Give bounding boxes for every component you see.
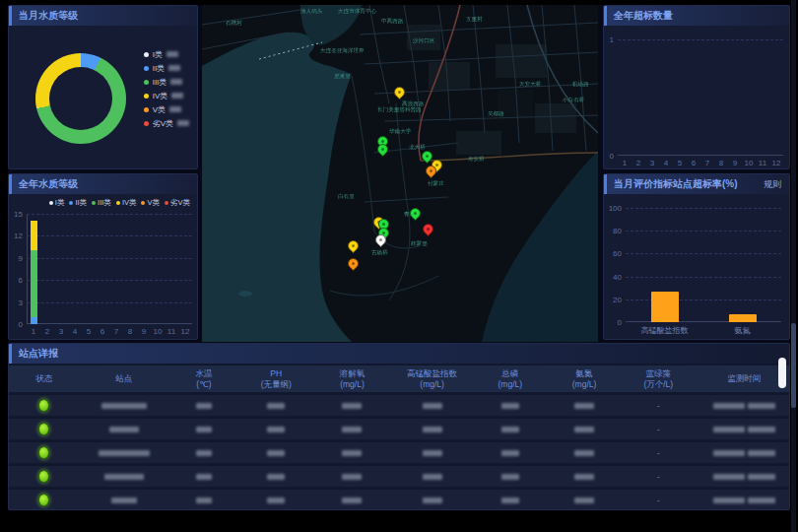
value-redacted [574, 403, 594, 409]
rule-button[interactable]: 规则 [764, 174, 781, 194]
table-cell [547, 403, 621, 409]
station-map[interactable]: 石槽村渔人码头大连市体育中心中高西路五星村沙河口区大连圣亚海洋世界虎滩里高浪西路… [202, 5, 598, 342]
column-header: 水温(℃) [168, 368, 238, 389]
value-redacted [267, 498, 285, 503]
table-cell [313, 474, 391, 480]
stacked-bar [100, 214, 106, 324]
column-name: 状态 [9, 373, 79, 384]
legend-item[interactable]: V类 [141, 198, 160, 208]
value-redacted [574, 450, 594, 456]
column-header: PH(无量纲) [239, 368, 313, 389]
panel-year-quality-grade: 全年水质等级 I类II类III类IV类V类劣V类 036912151234567… [8, 173, 198, 340]
map-place-label: 长门美星塔科普园 [377, 105, 422, 113]
table-row[interactable]: - [9, 395, 789, 416]
panel-header: 全年水质等级 [9, 174, 197, 194]
value-redacted [342, 403, 362, 409]
legend-item[interactable]: IV类 [116, 198, 137, 208]
value-redacted [501, 427, 519, 432]
y-tick-label: 80 [613, 227, 622, 235]
table-cell [9, 423, 79, 435]
table-scrollbar-thumb[interactable] [778, 358, 786, 388]
panel-year-exceed-count: 全年超标数量 01123456789101112 [603, 5, 790, 169]
value-redacted [196, 427, 212, 432]
x-tick-label: 9 [142, 327, 146, 336]
legend-item[interactable]: I类 [144, 47, 189, 61]
monitor-time-redacted [748, 403, 775, 409]
table-cell [473, 498, 547, 503]
stacked-bar [86, 214, 93, 324]
station-name-redacted [104, 474, 144, 480]
x-tick-label: 10 [154, 327, 163, 336]
panel-station-report: 站点详报 状态站点水温(℃)PH(无量纲)溶解氧(mg/L)高锰酸盐指数(mg/… [8, 343, 790, 510]
monitor-time-redacted [713, 498, 745, 503]
value-redacted [196, 498, 212, 503]
y-tick-label: 12 [14, 232, 23, 240]
map-place-label: 天安大桥 [519, 80, 541, 88]
y-tick-label: 40 [613, 272, 622, 281]
gridline [618, 39, 783, 40]
column-name: PH [239, 368, 313, 379]
bar-category-label: 氨氮 [735, 325, 751, 336]
column-name: 高锰酸盐指数 [391, 368, 473, 379]
legend-dot [144, 66, 149, 71]
legend-item[interactable]: 劣V类 [144, 116, 189, 130]
table-cell [696, 450, 790, 456]
table-row[interactable]: - [9, 466, 789, 487]
value-redacted [423, 498, 442, 503]
legend-item[interactable]: II类 [144, 61, 189, 75]
x-tick-label: 7 [705, 159, 709, 167]
monitor-time-redacted [713, 427, 745, 432]
bluegreen-value: - [657, 496, 660, 504]
column-header: 高锰酸盐指数(mg/L) [391, 368, 473, 389]
stacked-bar [155, 214, 162, 324]
map-place-label: 渔人码头 [300, 7, 322, 15]
table-cell [239, 427, 313, 432]
map-place-label: 北大桥 [409, 143, 426, 151]
y-axis-line [27, 214, 28, 324]
legend-label: III类 [153, 77, 167, 88]
table-cell [79, 427, 168, 432]
legend-item[interactable]: I类 [49, 198, 65, 208]
value-redacted [196, 403, 212, 409]
page-scrollbar-track[interactable] [791, 0, 796, 532]
column-name: 水温 [168, 368, 238, 379]
panel-month-quality-grade: 当月水质等级 I类II类III类IV类V类劣V类 [8, 5, 198, 169]
legend-dot [144, 80, 149, 85]
column-unit: (万个/L) [622, 379, 696, 390]
legend-item[interactable]: III类 [92, 198, 111, 208]
legend-item[interactable]: 劣V类 [165, 198, 190, 208]
legend-item[interactable]: III类 [144, 75, 189, 89]
table-cell [168, 403, 238, 409]
y-tick-label: 60 [613, 249, 622, 258]
table-row[interactable]: - [9, 419, 789, 439]
legend-dot [165, 201, 168, 205]
x-tick-label: 5 [87, 327, 91, 336]
legend-item[interactable]: V类 [144, 102, 189, 116]
legend-label: 劣V类 [153, 118, 173, 129]
column-header: 监测时间 [696, 373, 790, 384]
map-place-label: 白石里 [338, 192, 355, 200]
value-redacted [267, 403, 285, 409]
table-cell [547, 474, 621, 480]
legend-label: IV类 [153, 91, 168, 101]
table-row[interactable]: - [9, 442, 789, 463]
value-redacted [267, 427, 285, 432]
station-name-redacted [101, 403, 147, 409]
legend-label: V类 [147, 198, 160, 208]
legend-item[interactable]: II类 [69, 198, 87, 208]
table-cell [239, 450, 313, 456]
bar-segment [31, 250, 37, 316]
column-name: 蓝绿藻 [622, 368, 696, 379]
stacked-bar [141, 214, 148, 324]
plot-area: 01123456789101112 [618, 39, 783, 156]
table-row[interactable]: - [9, 490, 789, 510]
table-cell [9, 494, 79, 506]
y-tick-label: 3 [19, 298, 23, 306]
page-scrollbar-thumb[interactable] [791, 323, 796, 408]
map-place-label: 沙河口区 [413, 36, 434, 44]
table-cell [696, 403, 790, 409]
monitor-time-redacted [713, 450, 745, 456]
monitor-time-redacted [748, 474, 775, 480]
legend-item[interactable]: IV类 [144, 89, 189, 102]
y-tick-label: 0 [19, 320, 23, 329]
